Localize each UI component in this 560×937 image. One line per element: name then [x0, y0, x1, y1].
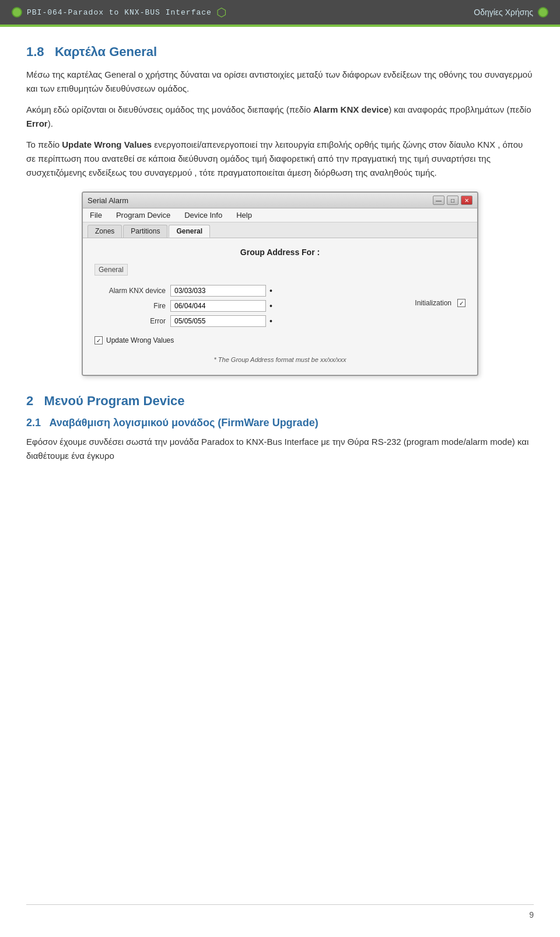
menu-program-device[interactable]: Program Device: [114, 210, 173, 220]
section-2-heading: 2 Μενού Program Device: [26, 393, 534, 409]
win-fields: Alarm KNX device • Fire • Error: [94, 285, 272, 327]
page-number: 9: [529, 910, 534, 919]
window-close-button[interactable]: ✕: [461, 196, 473, 205]
initialization-checkbox[interactable]: ✓: [457, 299, 466, 307]
para2-mid: ) και αναφοράς προβλημάτων (πεδίο: [388, 105, 531, 114]
field-row-alarm-knx: Alarm KNX device •: [94, 285, 272, 297]
header-green-dot-right: [538, 7, 548, 18]
section-1-8-para3: Το πεδίο Update Wrong Values ενεργοποιεί…: [26, 138, 534, 180]
group-address-title: Group Address For :: [94, 248, 466, 257]
field-row-error: Error •: [94, 315, 272, 327]
update-wrong-values-label: Update Wrong Values: [106, 336, 174, 344]
tab-general[interactable]: General: [169, 225, 210, 238]
section2-num: 2: [26, 393, 33, 408]
para2-bold1: Alarm KNX device: [313, 105, 388, 114]
header-divider-icon: ⬡: [216, 5, 226, 19]
general-section-label: General: [94, 264, 128, 276]
window-footer-note: * The Group Address format must be xx/xx…: [94, 356, 466, 363]
field-value-error[interactable]: [170, 315, 266, 327]
section-2-1-heading: 2.1 Αναβάθμιση λογισμικού μονάδος (FirmW…: [26, 417, 534, 429]
field-bullet-1: •: [270, 286, 272, 295]
para2-prefix: Ακόμη εδώ ορίζονται οι διευθύνσεις ομάδο…: [26, 105, 313, 114]
initialization-section: Initialization ✓: [415, 299, 466, 307]
header-green-dot-left: [12, 7, 22, 18]
menu-device-info[interactable]: Device Info: [182, 210, 225, 220]
section-title: Καρτέλα General: [55, 44, 157, 59]
window-tabs: Zones Partitions General: [83, 222, 477, 238]
field-value-fire[interactable]: [170, 300, 266, 312]
tab-partitions[interactable]: Partitions: [123, 225, 167, 238]
field-bullet-2: •: [270, 301, 272, 311]
header-bar: PBI-064-Paradox to KNX-BUS Interface ⬡ Ο…: [0, 0, 560, 25]
menu-help[interactable]: Help: [234, 210, 254, 220]
page-line: [26, 904, 534, 905]
header-left: PBI-064-Paradox to KNX-BUS Interface ⬡: [12, 5, 226, 19]
section-num: 1.8: [26, 44, 44, 59]
window-titlebar: Serial Alarm — □ ✕: [83, 193, 477, 208]
field-value-alarm-knx[interactable]: [170, 285, 266, 297]
screenshot-window: Serial Alarm — □ ✕ File Program Device D…: [82, 191, 478, 376]
para2-suffix: ).: [48, 119, 53, 128]
para3-bold: Update Wrong Values: [62, 140, 152, 149]
initialization-label: Initialization: [415, 299, 452, 307]
window-title: Serial Alarm: [88, 196, 128, 205]
field-label-alarm-knx: Alarm KNX device: [94, 287, 170, 295]
section-1-8-para1: Μέσω της καρτέλας General ο χρήστης δύνα…: [26, 68, 534, 96]
window-menubar: File Program Device Device Info Help: [83, 208, 477, 222]
header-subtitle: Οδηγίες Χρήσης: [474, 8, 533, 17]
fields-left: General Alarm KNX device • Fire: [94, 264, 272, 344]
update-wrong-values-checkbox[interactable]: ✓: [94, 336, 103, 344]
section-1-8-heading: 1.8 Καρτέλα General: [26, 44, 534, 60]
section-2-1-para: Εφόσον έχουμε συνδέσει σωστά την μονάδα …: [26, 435, 534, 463]
para3-prefix: Το πεδίο: [26, 140, 62, 149]
tab-zones[interactable]: Zones: [88, 225, 122, 238]
field-bullet-3: •: [270, 316, 272, 326]
field-label-fire: Fire: [94, 302, 170, 310]
sub-num: 2.1: [26, 417, 41, 429]
menu-file[interactable]: File: [88, 210, 104, 220]
para2-bold2: Error: [26, 119, 48, 128]
update-wrong-values-row: ✓ Update Wrong Values: [94, 336, 272, 344]
fields-and-init: General Alarm KNX device • Fire: [94, 264, 466, 344]
section2-title: Μενού Program Device: [44, 393, 185, 408]
window-body: Group Address For : General Alarm KNX de…: [83, 238, 477, 375]
main-content: 1.8 Καρτέλα General Μέσω της καρτέλας Ge…: [0, 27, 560, 487]
section-1-8-para2: Ακόμη εδώ ορίζονται οι διευθύνσεις ομάδο…: [26, 103, 534, 131]
field-label-error: Error: [94, 317, 170, 325]
header-right: Οδηγίες Χρήσης: [474, 7, 548, 18]
field-row-fire: Fire •: [94, 300, 272, 312]
window-controls: — □ ✕: [433, 196, 473, 205]
window-minimize-button[interactable]: —: [433, 196, 444, 205]
sub-title: Αναβάθμιση λογισμικού μονάδος (FirmWare …: [49, 417, 318, 429]
window-maximize-button[interactable]: □: [447, 196, 459, 205]
header-title: PBI-064-Paradox to KNX-BUS Interface: [27, 8, 212, 17]
